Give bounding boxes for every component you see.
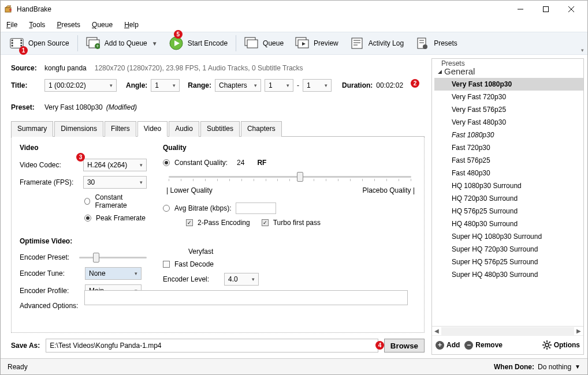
preview-button[interactable]: Preview bbox=[289, 33, 344, 53]
preset-modified: (Modified) bbox=[106, 103, 137, 111]
fast-decode-label: Fast Decode bbox=[174, 260, 214, 268]
tab-summary[interactable]: Summary bbox=[11, 121, 53, 137]
app-icon bbox=[4, 5, 13, 14]
preset-item[interactable]: Super HQ 480p30 Surround bbox=[434, 268, 583, 281]
preset-item[interactable]: Fast 576p25 bbox=[434, 154, 583, 167]
scroll-right-icon[interactable]: ▶ bbox=[574, 328, 583, 334]
saveas-label: Save As: bbox=[11, 342, 40, 350]
quality-slider[interactable] bbox=[169, 171, 411, 182]
svg-point-31 bbox=[423, 44, 427, 49]
turbo-label: Turbo first pass bbox=[273, 219, 321, 227]
preset-item[interactable]: HQ 720p30 Surround bbox=[434, 192, 583, 205]
enc-tune-select[interactable]: None▾ bbox=[85, 267, 142, 280]
enc-level-select[interactable]: 4.0▾ bbox=[224, 273, 259, 286]
avg-bitrate-input[interactable] bbox=[236, 202, 276, 214]
collapse-icon: ◢ bbox=[438, 69, 442, 74]
cq-value: 24 bbox=[237, 159, 244, 167]
queue-button[interactable]: Queue bbox=[239, 33, 289, 53]
preset-item[interactable]: Super HQ 576p25 Surround bbox=[434, 256, 583, 268]
menu-help[interactable]: Help bbox=[121, 20, 142, 30]
tab-subtitles[interactable]: Subtitles bbox=[200, 121, 240, 137]
minimize-button[interactable] bbox=[508, 1, 533, 18]
tab-filters[interactable]: Filters bbox=[105, 121, 136, 137]
start-encode-button[interactable]: Start Encode 5 bbox=[163, 33, 233, 53]
close-button[interactable] bbox=[559, 1, 584, 18]
menu-tools[interactable]: Tools bbox=[25, 20, 49, 30]
preset-item[interactable]: Very Fast 480p30 bbox=[434, 116, 583, 129]
maximize-button[interactable] bbox=[533, 1, 559, 18]
svg-line-38 bbox=[549, 347, 550, 348]
preset-item[interactable]: Very Fast 576p25 bbox=[434, 103, 583, 116]
enc-preset-slider[interactable] bbox=[79, 252, 147, 262]
svg-rect-8 bbox=[12, 42, 13, 44]
preset-item[interactable]: Very Fast 1080p30 bbox=[434, 78, 583, 91]
chevron-down-icon[interactable]: ▼ bbox=[152, 40, 158, 47]
enc-preset-value: Veryfast bbox=[188, 247, 213, 256]
gear-icon bbox=[542, 340, 552, 350]
chevron-down-icon[interactable]: ▼ bbox=[575, 363, 580, 370]
cq-label: Constant Quality: bbox=[174, 159, 228, 167]
presets-button[interactable]: Presets bbox=[410, 33, 463, 53]
preset-add-button[interactable]: +Add bbox=[436, 341, 460, 350]
browse-button[interactable]: Browse bbox=[384, 339, 425, 352]
slider-low-label: | Lower Quality bbox=[166, 186, 213, 194]
video-codec-select[interactable]: H.264 (x264)▾ bbox=[83, 159, 147, 171]
menu-presets[interactable]: Presets bbox=[53, 20, 84, 30]
presets-label: Presets bbox=[434, 39, 457, 47]
tab-video[interactable]: Video bbox=[137, 121, 168, 137]
activity-log-label: Activity Log bbox=[369, 39, 404, 47]
avg-bitrate-label: Avg Bitrate (kbps): bbox=[174, 204, 231, 212]
open-source-button[interactable]: Open Source 1 bbox=[4, 33, 75, 53]
preset-item[interactable]: Super HQ 1080p30 Surround bbox=[434, 230, 583, 243]
cfr-radio[interactable] bbox=[84, 198, 90, 205]
range-type-select[interactable]: Chapters▾ bbox=[215, 79, 261, 92]
duration-label: Duration: bbox=[342, 81, 373, 89]
preset-item[interactable]: HQ 1080p30 Surround bbox=[434, 179, 583, 192]
menu-queue[interactable]: Queue bbox=[88, 20, 116, 30]
framerate-select[interactable]: 30▾ bbox=[83, 176, 147, 189]
fast-decode-checkbox[interactable] bbox=[163, 261, 170, 268]
svg-text:+: + bbox=[96, 43, 99, 49]
preset-item[interactable]: Fast 720p30 bbox=[434, 141, 583, 154]
pfr-radio[interactable] bbox=[84, 215, 91, 222]
scroll-left-icon[interactable]: ◀ bbox=[432, 328, 441, 334]
avg-bitrate-radio[interactable] bbox=[163, 205, 170, 212]
range-from-select[interactable]: 1▾ bbox=[265, 79, 293, 92]
add-to-queue-button[interactable]: + Add to Queue ▼ bbox=[80, 33, 163, 53]
log-icon bbox=[350, 36, 364, 50]
turbo-checkbox[interactable] bbox=[262, 219, 269, 226]
presets-icon bbox=[415, 36, 429, 50]
start-encode-label: Start Encode bbox=[188, 39, 228, 47]
scrollbar-track[interactable] bbox=[441, 327, 574, 335]
preset-remove-button[interactable]: −Remove bbox=[464, 341, 503, 350]
presets-list[interactable]: ◢ General Very Fast 1080p30Very Fast 720… bbox=[432, 61, 583, 326]
menu-file[interactable]: File bbox=[3, 20, 21, 30]
preset-item[interactable]: HQ 576p25 Surround bbox=[434, 205, 583, 217]
quality-header: Quality bbox=[163, 144, 416, 152]
chevron-down-icon: ▾ bbox=[140, 162, 143, 168]
range-to-select[interactable]: 1▾ bbox=[303, 79, 332, 92]
tab-audio[interactable]: Audio bbox=[169, 121, 199, 137]
svg-point-32 bbox=[545, 343, 549, 347]
tab-chapters[interactable]: Chapters bbox=[241, 121, 282, 137]
toolbar-overflow[interactable]: ▾ bbox=[581, 47, 584, 53]
preset-item[interactable]: Very Fast 720p30 bbox=[434, 91, 583, 103]
preset-item[interactable]: Fast 480p30 bbox=[434, 167, 583, 179]
chevron-down-icon: ▾ bbox=[140, 179, 143, 185]
adv-opt-input[interactable] bbox=[84, 290, 408, 305]
preset-item[interactable]: HQ 480p30 Surround bbox=[434, 217, 583, 230]
preview-label: Preview bbox=[314, 39, 338, 47]
preset-item[interactable]: Fast 1080p30 bbox=[434, 129, 583, 141]
preset-item[interactable]: Super HQ 720p30 Surround bbox=[434, 243, 583, 256]
saveas-path[interactable]: E:\Test Videos\Kongfu Panda-1.mp4 bbox=[46, 339, 378, 352]
cq-radio[interactable] bbox=[163, 159, 170, 166]
video-codec-label: Video Codec: bbox=[20, 161, 79, 169]
angle-select[interactable]: 1▾ bbox=[151, 79, 180, 92]
preset-options-button[interactable]: Options bbox=[542, 340, 580, 350]
activity-log-button[interactable]: Activity Log bbox=[344, 33, 410, 53]
slider-high-label: Placebo Quality | bbox=[363, 186, 415, 194]
tab-dimensions[interactable]: Dimensions bbox=[54, 121, 103, 137]
title-select[interactable]: 1 (00:02:02)▾ bbox=[44, 79, 117, 92]
twopass-checkbox[interactable] bbox=[186, 219, 193, 226]
cfr-label: Constant Framerate bbox=[95, 193, 147, 209]
